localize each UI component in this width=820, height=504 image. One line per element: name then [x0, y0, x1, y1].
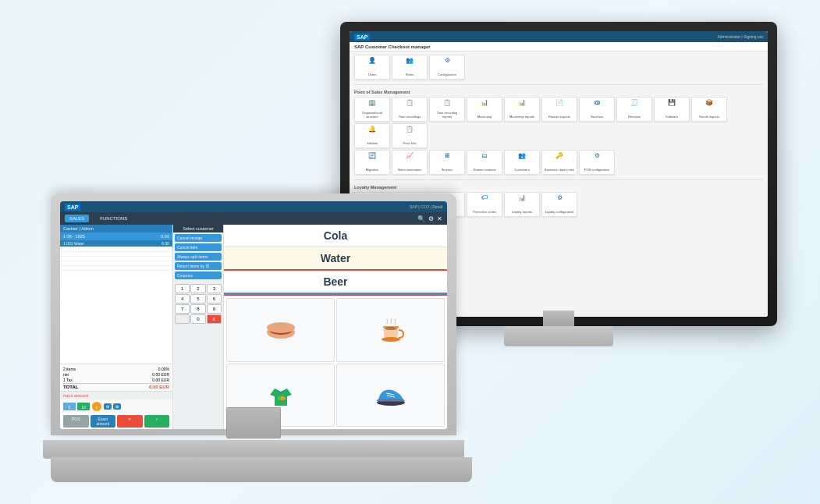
search-icon[interactable]: 🔍	[417, 215, 425, 222]
tile-price-lists[interactable]: 📋 Price lists	[392, 123, 428, 148]
tile-screens[interactable]: 🖥 Screens	[429, 150, 465, 175]
net-label: net	[63, 372, 69, 377]
receipt-id: 1 08 - 1925	[63, 234, 85, 239]
exact-amount-button[interactable]: Exact amount	[91, 415, 116, 428]
tile-monitoring-reports[interactable]: 📊 Monitoring reports	[504, 97, 540, 122]
grid-btn[interactable]: ⊠	[113, 403, 121, 410]
nav-functions[interactable]: FUNCTIONS	[95, 215, 132, 222]
pos-config-icon: ⚙	[595, 153, 600, 159]
numpad-5[interactable]: 5	[190, 294, 205, 303]
total-label: TOTAL	[63, 385, 78, 389]
tile-configuration[interactable]: ⚙ Configuration	[429, 55, 465, 80]
pos-button[interactable]: POS	[63, 415, 89, 428]
numpad-3[interactable]: 3	[207, 284, 222, 293]
context-cancel-item[interactable]: Cancel item	[175, 243, 222, 251]
laptop-base	[43, 440, 464, 459]
tile-sales-summaries[interactable]: 📈 Sales summaries	[392, 150, 428, 175]
tile-goods-imports[interactable]: 📦 Goods imports	[691, 97, 727, 122]
divider-2	[354, 179, 763, 180]
tile-loyalty-reports[interactable]: 📊 Loyalty reports	[504, 192, 540, 217]
tile-roles[interactable]: 👥 Roles	[392, 55, 428, 80]
tile-drawer[interactable]: 🗂 Drawer contents	[467, 150, 502, 175]
numpad-2[interactable]: 2	[190, 284, 205, 293]
laptop-lid: SAP SAP | CCO | Retail SALES FUNCTIONS 🔍…	[51, 193, 456, 435]
product-item-beer[interactable]: Beer	[224, 271, 447, 294]
numpad-area: 1 2 3 4 5 6 7	[173, 282, 223, 326]
tile-receipts-label: Receipts	[628, 115, 641, 119]
tile-jobslots[interactable]: 🔔 Jobslots	[354, 123, 390, 148]
numpad-0[interactable]: 0	[190, 314, 205, 324]
tile-loyalty-config[interactable]: ⚙ Loyalty configuration	[541, 192, 577, 217]
tile-time-reports[interactable]: 📋 Time recording reports	[429, 97, 465, 122]
tile-monitoring[interactable]: 📊 Monitoring	[467, 97, 502, 122]
pos-top-bar: SAP SAP | CCO | Retail	[60, 201, 447, 212]
tile-customers[interactable]: 👥 Customers	[504, 150, 540, 175]
net-val: 0.00 EUR	[152, 372, 169, 377]
numpad-row-1: 1 2 3	[175, 284, 222, 293]
nav-icons: 🔍 ⚙ ✕	[417, 215, 442, 222]
numpad-9[interactable]: 9	[207, 304, 222, 314]
numpad-1[interactable]: 1	[175, 284, 190, 293]
coin-icon[interactable]: €	[91, 401, 102, 412]
numpad-row-2: 4 5 6	[175, 294, 222, 303]
tile-price-label: Price lists	[403, 142, 416, 146]
tile-vouchers[interactable]: 🎟 Vouchers	[579, 97, 615, 122]
tile-promo-label: Promotion codes	[473, 211, 496, 215]
numpad-4[interactable]: 4	[175, 294, 190, 303]
pos-ui: SAP SAP | CCO | Retail SALES FUNCTIONS 🔍…	[60, 201, 447, 429]
cancel-payment-button[interactable]: ✕	[117, 415, 143, 428]
confirm-payment-button[interactable]: ✓	[144, 415, 170, 428]
product-item-cola[interactable]: Cola	[224, 225, 447, 247]
vouchers-icon: 🎟	[594, 100, 600, 106]
context-menu-header: Select customer	[173, 225, 223, 232]
tile-time-recordings[interactable]: 📋 Time recordings	[392, 97, 428, 122]
tile-org-structure[interactable]: 🏢 Organizational structure	[354, 97, 390, 122]
tile-promo-codes[interactable]: 🏷 Promotion codes	[467, 192, 502, 217]
nav-sales[interactable]: SALES	[65, 215, 89, 222]
tile-drawer-label: Drawer contents	[473, 169, 495, 172]
settings-icon[interactable]: ⚙	[428, 215, 434, 222]
product-item-water[interactable]: Water	[224, 247, 447, 271]
five-note-icon[interactable]: 5	[63, 403, 76, 410]
receipt-item-water[interactable]: 1.001 Water 6.00	[60, 240, 172, 247]
input-amount-label: Input amount	[63, 393, 88, 398]
tile-biz-roles[interactable]: 🔑 Business object roles	[541, 150, 577, 175]
numpad-7[interactable]: 7	[175, 304, 190, 314]
svg-text:€: €	[96, 405, 98, 410]
tile-pos-config[interactable]: ⚙ POS configuration	[579, 150, 615, 175]
numpad-clear[interactable]: X	[207, 314, 222, 324]
context-cancel-receipt[interactable]: Cancel receipt	[175, 234, 222, 242]
pos-receipt-panel: Cashier | Admin 1 08 - 1925 0.00 1.001 W…	[60, 225, 173, 429]
product-cell-shoe[interactable]	[336, 364, 445, 428]
context-split-items[interactable]: Always split items	[175, 253, 222, 261]
loyalty-cfg-icon: ⚙	[557, 195, 563, 201]
tile-receipts[interactable]: 🧾 Receipts	[616, 97, 652, 122]
config-icon: ⚙	[445, 58, 450, 64]
coffee-svg	[377, 316, 405, 344]
svg-rect-20	[378, 400, 403, 402]
numpad-empty	[175, 314, 190, 324]
tile-users[interactable]: 👤 Users	[354, 55, 390, 80]
tile-receipt-exports[interactable]: 📄 Receipt exports	[541, 97, 577, 122]
tile-software[interactable]: 💾 Software	[654, 97, 690, 122]
net-row: net 0.00 EUR	[63, 371, 169, 377]
numpad-6[interactable]: 6	[207, 294, 222, 303]
pos-nav-bar: SALES FUNCTIONS 🔍 ⚙ ✕	[60, 212, 447, 225]
total-row: TOTAL 6.00 EUR	[63, 383, 169, 389]
close-icon[interactable]: ✕	[437, 215, 442, 222]
product-cell-hotdog[interactable]	[226, 298, 335, 362]
tile-org-label: Organizational structure	[357, 112, 388, 119]
subtotal-label: 2 items	[63, 367, 76, 371]
org-icon: 🏢	[368, 100, 376, 106]
product-cell-coffee[interactable]	[336, 298, 445, 362]
ten-note-icon[interactable]: 10	[77, 403, 90, 410]
mon-reports-icon: 📊	[518, 100, 526, 106]
pos-receipt-items: 1.001 Water 6.00	[60, 240, 172, 364]
context-coupons[interactable]: Coupons	[175, 272, 222, 279]
tile-migration-label: Migration	[366, 169, 378, 172]
blue-action-btn[interactable]: ⊞	[104, 403, 112, 410]
numpad-8[interactable]: 8	[190, 304, 205, 314]
tile-migration[interactable]: 🔄 Migration	[354, 150, 390, 175]
context-return-items[interactable]: Return items by ID	[175, 262, 222, 270]
admin-tiles: 👤 Users 👥 Roles ⚙ Configuration	[354, 55, 763, 80]
